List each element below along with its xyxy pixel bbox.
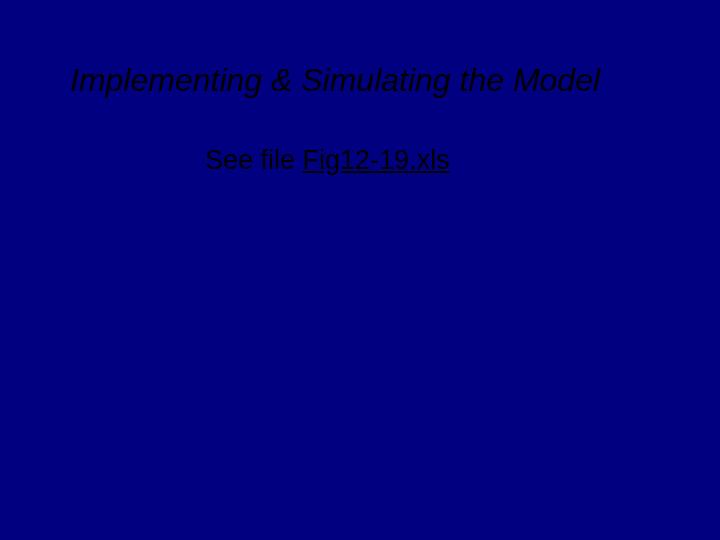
body-prefix: See file — [205, 145, 303, 175]
slide-container: Implementing & Simulating the Model See … — [0, 0, 720, 540]
slide-title: Implementing & Simulating the Model — [0, 62, 720, 99]
file-link[interactable]: Fig12-19.xls — [303, 145, 450, 175]
slide-body: See file Fig12-19.xls — [0, 145, 720, 176]
